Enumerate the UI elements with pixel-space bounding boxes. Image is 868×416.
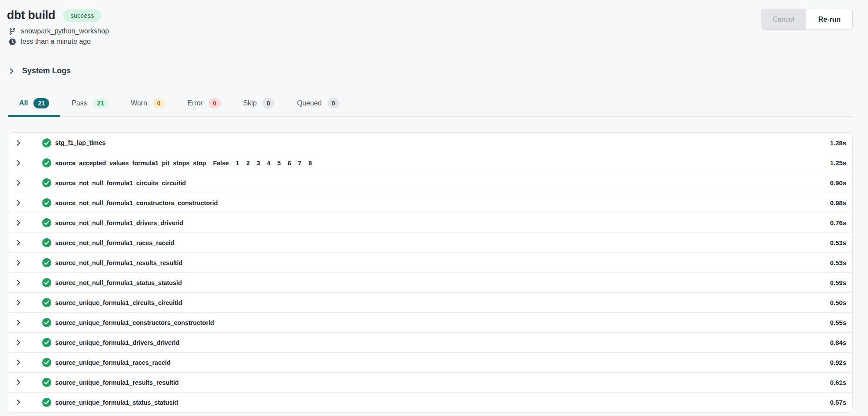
pass-check-icon	[42, 178, 51, 187]
pass-check-icon	[42, 298, 51, 307]
tab-skip[interactable]: Skip 0	[232, 94, 286, 116]
pass-check-icon	[42, 218, 51, 227]
tab-label: All	[19, 99, 28, 107]
expand-chevron-icon[interactable]	[15, 319, 26, 326]
time-row: less than a minute ago	[9, 38, 853, 46]
result-duration: 0.98s	[830, 199, 846, 206]
expand-chevron-icon[interactable]	[15, 219, 26, 226]
tab-count-badge: 21	[93, 98, 109, 108]
tab-queued[interactable]: Queued 0	[286, 94, 351, 116]
tab-count-badge: 0	[208, 98, 221, 108]
result-duration: 0.76s	[830, 219, 846, 226]
result-name[interactable]: source_not_null_formula1_status_statusid	[55, 279, 182, 286]
pass-check-icon	[42, 198, 51, 207]
result-name[interactable]: source_unique_formula1_constructors_cons…	[55, 319, 214, 326]
tab-warn[interactable]: Warn 0	[119, 94, 176, 116]
result-row: source_not_null_formula1_results_resulti…	[9, 252, 852, 272]
result-row: stg_f1_lap_times 1.28s	[9, 133, 852, 153]
tab-all[interactable]: All 21	[8, 94, 60, 116]
result-duration: 0.92s	[830, 359, 846, 366]
page-title: dbt build	[7, 9, 55, 22]
result-name[interactable]: source_not_null_formula1_results_resulti…	[55, 259, 182, 266]
tab-error[interactable]: Error 0	[176, 94, 232, 116]
result-duration: 0.59s	[830, 279, 846, 286]
tab-label: Pass	[72, 99, 87, 107]
expand-chevron-icon[interactable]	[15, 379, 26, 386]
result-name[interactable]: source_not_null_formula1_circuits_circui…	[55, 180, 186, 187]
result-duration: 1.25s	[830, 159, 846, 167]
tab-count-badge: 0	[153, 98, 165, 108]
result-duration: 0.53s	[830, 259, 846, 266]
result-name[interactable]: source_unique_formula1_drivers_driverid	[55, 339, 179, 346]
result-duration: 0.50s	[830, 299, 846, 306]
result-name[interactable]: source_not_null_formula1_constructors_co…	[55, 200, 218, 206]
pass-check-icon	[42, 238, 51, 247]
result-duration: 0.53s	[830, 239, 846, 246]
result-row: source_unique_formula1_circuits_circuiti…	[9, 292, 852, 312]
result-duration: 0.90s	[830, 179, 846, 187]
expand-chevron-icon[interactable]	[15, 279, 26, 286]
result-name[interactable]: source_not_null_formula1_drivers_driveri…	[55, 219, 183, 226]
expand-chevron-icon[interactable]	[15, 160, 26, 166]
chevron-right-icon	[9, 68, 15, 74]
status-badge: success	[63, 9, 101, 22]
result-duration: 0.55s	[830, 319, 846, 326]
result-row: source_unique_formula1_results_resultid …	[9, 372, 852, 392]
result-name[interactable]: source_not_null_formula1_races_raceid	[55, 239, 174, 246]
result-row: source_unique_formula1_drivers_driverid …	[9, 332, 852, 352]
pass-check-icon	[42, 278, 51, 287]
result-name[interactable]: source_accepted_values_formula1_pit_stop…	[55, 160, 312, 167]
result-row: source_not_null_formula1_status_statusid…	[9, 272, 852, 292]
result-name[interactable]: source_unique_formula1_circuits_circuiti…	[55, 299, 182, 306]
result-row: source_not_null_formula1_circuits_circui…	[9, 173, 852, 193]
tab-label: Queued	[297, 99, 322, 107]
pass-check-icon	[42, 338, 51, 347]
time-ago: less than a minute ago	[21, 38, 91, 46]
run-actions: Cancel Re-run	[761, 9, 853, 30]
git-branch-icon	[9, 28, 16, 35]
expand-chevron-icon[interactable]	[15, 200, 26, 206]
pass-check-icon	[42, 378, 51, 387]
result-row: source_not_null_formula1_races_raceid 0.…	[9, 233, 852, 252]
tab-label: Warn	[131, 99, 147, 107]
results-list: stg_f1_lap_times 1.28s source_accepted_v…	[9, 132, 853, 413]
clock-icon	[9, 38, 16, 46]
result-row: source_unique_formula1_races_raceid 0.92…	[9, 352, 852, 372]
rerun-button[interactable]: Re-run	[806, 9, 852, 29]
expand-chevron-icon[interactable]	[15, 339, 26, 346]
result-name[interactable]: source_unique_formula1_races_raceid	[55, 359, 171, 366]
expand-chevron-icon[interactable]	[15, 239, 26, 246]
system-logs-label: System Logs	[22, 66, 71, 75]
tab-count-badge: 21	[33, 98, 49, 108]
result-duration: 1.28s	[830, 139, 846, 147]
cancel-button[interactable]: Cancel	[761, 9, 807, 29]
tab-pass[interactable]: Pass 21	[60, 94, 119, 116]
expand-chevron-icon[interactable]	[15, 259, 26, 266]
branch-row: snowpark_python_workshop	[9, 27, 853, 35]
pass-check-icon	[42, 318, 51, 327]
result-row: source_unique_formula1_status_statusid 0…	[9, 392, 852, 412]
pass-check-icon	[42, 138, 51, 147]
result-row: source_not_null_formula1_constructors_co…	[9, 193, 852, 213]
tabs: All 21 Pass 21 Warn 0 Error 0 Skip 0 Que…	[7, 94, 853, 117]
expand-chevron-icon[interactable]	[15, 180, 26, 186]
expand-chevron-icon[interactable]	[15, 399, 26, 406]
pass-check-icon	[42, 398, 51, 407]
tab-count-badge: 0	[327, 98, 340, 108]
pass-check-icon	[42, 358, 51, 367]
result-duration: 0.61s	[830, 379, 846, 386]
result-row: source_accepted_values_formula1_pit_stop…	[9, 153, 852, 173]
run-header: dbt build success	[7, 9, 853, 22]
pass-check-icon	[42, 258, 51, 267]
result-row: source_unique_formula1_constructors_cons…	[9, 312, 852, 332]
run-meta: snowpark_python_workshop less than a min…	[7, 27, 853, 46]
result-name[interactable]: source_unique_formula1_status_statusid	[55, 399, 178, 406]
tab-label: Error	[188, 99, 203, 107]
result-name[interactable]: stg_f1_lap_times	[55, 139, 106, 146]
expand-chevron-icon[interactable]	[15, 359, 26, 366]
expand-chevron-icon[interactable]	[15, 140, 26, 146]
expand-chevron-icon[interactable]	[15, 299, 26, 306]
system-logs-toggle[interactable]: System Logs	[7, 66, 853, 75]
result-row: source_not_null_formula1_drivers_driveri…	[9, 213, 852, 233]
result-name[interactable]: source_unique_formula1_results_resultid	[55, 379, 179, 386]
